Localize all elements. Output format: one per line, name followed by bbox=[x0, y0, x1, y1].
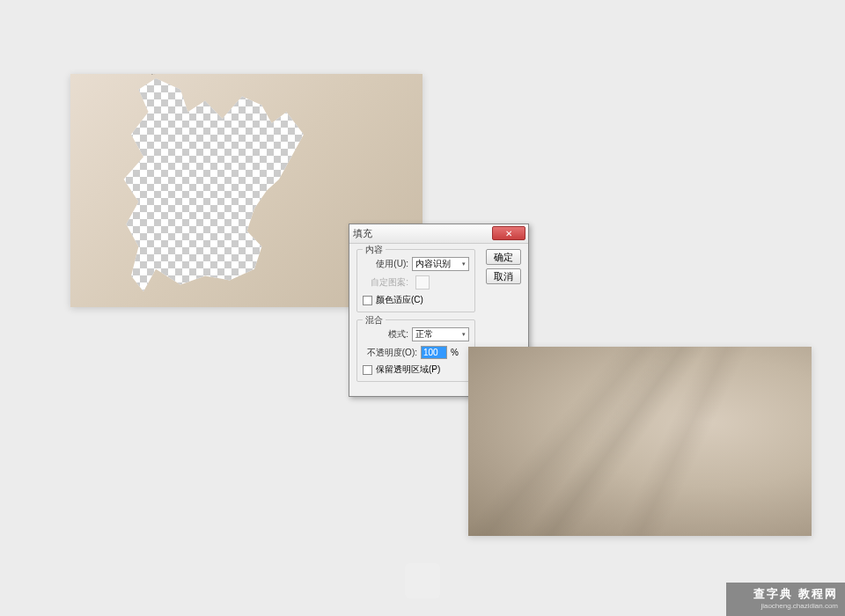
site-watermark: 查字典 教程网 jiaocheng.chazidian.com bbox=[726, 583, 845, 616]
cancel-button[interactable]: 取消 bbox=[486, 268, 521, 284]
result-canvas bbox=[468, 347, 812, 536]
close-button[interactable]: ✕ bbox=[492, 226, 525, 240]
marching-ants-selection bbox=[114, 74, 370, 303]
use-row: 使用(U): 内容识别 ▾ bbox=[363, 257, 469, 271]
opacity-input[interactable] bbox=[421, 346, 447, 359]
content-group: 内容 使用(U): 内容识别 ▾ 自定图案: 颜色适应(C) bbox=[356, 249, 475, 312]
blend-group: 混合 模式: 正常 ▾ 不透明度(O): % 保留透明区域(P) bbox=[356, 319, 475, 382]
blend-group-title: 混合 bbox=[363, 314, 386, 326]
dialog-title: 填充 bbox=[353, 227, 372, 240]
pattern-swatch bbox=[415, 275, 430, 290]
mode-row: 模式: 正常 ▾ bbox=[363, 327, 469, 341]
preserve-label: 保留透明区域(P) bbox=[376, 363, 440, 376]
close-icon: ✕ bbox=[505, 229, 512, 238]
pattern-row: 自定图案: bbox=[363, 275, 469, 290]
background-logo-watermark bbox=[405, 563, 440, 598]
use-label: 使用(U): bbox=[363, 258, 408, 270]
pattern-label: 自定图案: bbox=[363, 276, 408, 289]
chevron-down-icon: ▾ bbox=[462, 331, 466, 338]
chevron-down-icon: ▾ bbox=[462, 260, 466, 268]
ok-button[interactable]: 确定 bbox=[486, 249, 521, 265]
opacity-unit: % bbox=[451, 348, 459, 357]
mode-dropdown[interactable]: 正常 ▾ bbox=[412, 327, 469, 341]
dialog-titlebar[interactable]: 填充 ✕ bbox=[349, 224, 528, 244]
use-value: 内容识别 bbox=[415, 258, 451, 270]
watermark-title: 查字典 教程网 bbox=[733, 586, 838, 602]
mode-label: 模式: bbox=[363, 328, 408, 341]
use-dropdown[interactable]: 内容识别 ▾ bbox=[412, 257, 469, 271]
content-group-title: 内容 bbox=[363, 244, 386, 256]
color-adapt-row: 颜色适应(C) bbox=[363, 294, 469, 306]
opacity-label: 不透明度(O): bbox=[363, 347, 417, 359]
watermark-url: jiaocheng.chazidian.com bbox=[733, 602, 838, 610]
preserve-row: 保留透明区域(P) bbox=[363, 363, 469, 376]
mode-value: 正常 bbox=[415, 328, 433, 341]
result-texture bbox=[468, 347, 812, 536]
preserve-checkbox[interactable] bbox=[363, 365, 372, 375]
color-adapt-checkbox[interactable] bbox=[363, 296, 372, 305]
dialog-action-buttons: 确定 取消 bbox=[486, 249, 521, 284]
color-adapt-label: 颜色适应(C) bbox=[376, 294, 423, 306]
opacity-row: 不透明度(O): % bbox=[363, 346, 469, 359]
